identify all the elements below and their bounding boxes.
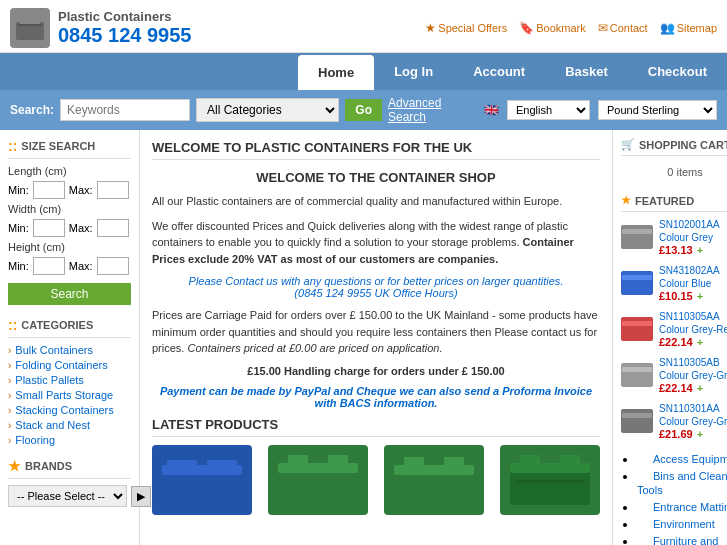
category-select[interactable]: All Categories [196, 98, 339, 122]
contact-link[interactable]: ✉ Contact [598, 21, 648, 35]
access-equipment-link[interactable]: Access Equipment [637, 453, 727, 465]
special-offers-label: Special Offers [438, 22, 507, 34]
width-label: Width (cm) [8, 203, 68, 215]
logo-area: Plastic Containers 0845 124 9955 [10, 8, 191, 48]
add-to-cart-2[interactable]: + [697, 290, 703, 302]
cart-icon: 🛒 [621, 138, 635, 151]
featured-thumb-4[interactable] [621, 363, 653, 387]
featured-section: ★ FEATURED SN102001AA Colour Grey £13.13… [621, 194, 727, 440]
width-row: Width (cm) [8, 203, 131, 215]
featured-price-4: £22.14 [659, 382, 693, 394]
product-thumb-4[interactable] [500, 445, 600, 515]
advanced-search-link[interactable]: Advanced Search [388, 96, 478, 124]
size-search-button[interactable]: Search [8, 283, 131, 305]
special-offers-link[interactable]: ★ Special Offers [425, 21, 507, 35]
featured-desc-4: Colour Grey-Grey [659, 370, 727, 381]
featured-thumb-1[interactable] [621, 225, 653, 249]
featured-info-1: SN102001AA Colour Grey £13.13 + [659, 218, 720, 256]
sitemap-label: Sitemap [677, 22, 717, 34]
payment-italic: Payment can be made by PayPal and Cheque… [152, 385, 600, 409]
featured-desc-2: Colour Blue [659, 278, 711, 289]
language-select[interactable]: English [507, 100, 590, 120]
go-button[interactable]: Go [345, 99, 382, 121]
height-inputs: Min: Max: [8, 257, 131, 275]
list-item: › Small Parts Storage [8, 389, 131, 401]
bookmark-link[interactable]: 🔖 Bookmark [519, 21, 586, 35]
top-links: ★ Special Offers 🔖 Bookmark ✉ Contact 👥 … [425, 21, 717, 35]
height-min-input[interactable] [33, 257, 65, 275]
cart-section: 🛒 SHOPPING CART 0 items [621, 138, 727, 182]
handling-charge: £15.00 Handling charge for orders under … [152, 365, 600, 377]
featured-price-row-3: £22.14 + [659, 336, 727, 348]
featured-thumb-5[interactable] [621, 409, 653, 433]
list-item: Environment [637, 517, 727, 531]
featured-name-5[interactable]: SN110301AA [659, 403, 720, 414]
length-min-label: Min: [8, 184, 29, 196]
plastic-pallets-link[interactable]: Plastic Pallets [15, 374, 83, 386]
nav-home[interactable]: Home [298, 55, 374, 90]
featured-name-4[interactable]: SN110305AB [659, 357, 720, 368]
featured-thumb-2[interactable] [621, 271, 653, 295]
list-item: Entrance Matting [637, 500, 727, 514]
nav-basket[interactable]: Basket [545, 54, 628, 89]
featured-thumb-3[interactable] [621, 317, 653, 341]
svg-rect-8 [278, 463, 358, 473]
furniture-seating-link[interactable]: Furniture and Seating [637, 535, 718, 545]
content-area: WELCOME TO PLASTIC CONTAINERS FOR THE UK… [140, 130, 612, 545]
featured-name-1[interactable]: SN102001AA [659, 219, 720, 230]
product-thumb-1[interactable] [152, 445, 252, 515]
product-thumb-2[interactable] [268, 445, 368, 515]
entrance-matting-link[interactable]: Entrance Matting [637, 501, 727, 513]
brands-section: ★ BRANDS -- Please Select -- ▶ [8, 458, 131, 507]
sitemap-link[interactable]: 👥 Sitemap [660, 21, 717, 35]
add-to-cart-4[interactable]: + [697, 382, 703, 394]
welcome-heading: WELCOME TO THE CONTAINER SHOP [152, 170, 600, 185]
para1: All our Plastic containers are of commer… [152, 193, 600, 210]
bulk-containers-link[interactable]: Bulk Containers [15, 344, 93, 356]
add-to-cart-3[interactable]: + [697, 336, 703, 348]
add-to-cart-1[interactable]: + [697, 244, 703, 256]
featured-name-3[interactable]: SN110305AA [659, 311, 720, 322]
folding-containers-link[interactable]: Folding Containers [15, 359, 107, 371]
latest-title: LATEST PRODUCTS [152, 417, 600, 437]
featured-info-2: SN431802AA Colour Blue £10.15 + [659, 264, 720, 302]
nav-login[interactable]: Log In [374, 54, 453, 89]
small-parts-link[interactable]: Small Parts Storage [15, 389, 113, 401]
width-inputs: Min: Max: [8, 219, 131, 237]
featured-price-1: £13.13 [659, 244, 693, 256]
add-to-cart-5[interactable]: + [697, 428, 703, 440]
brand-select-wrap: -- Please Select -- ▶ [8, 485, 131, 507]
featured-price-row-1: £13.13 + [659, 244, 720, 256]
length-min-input[interactable] [33, 181, 65, 199]
length-max-input[interactable] [97, 181, 129, 199]
email-icon: ✉ [598, 21, 608, 35]
width-min-input[interactable] [33, 219, 65, 237]
currency-select[interactable]: Pound Sterling [598, 100, 717, 120]
height-max-input[interactable] [97, 257, 129, 275]
logo-name: Plastic Containers [58, 9, 191, 24]
search-input[interactable] [60, 99, 190, 121]
nav-account[interactable]: Account [453, 54, 545, 89]
featured-star-icon: ★ [621, 194, 631, 207]
height-row: Height (cm) [8, 241, 131, 253]
featured-item-1: SN102001AA Colour Grey £13.13 + [621, 218, 727, 256]
stacking-containers-link[interactable]: Stacking Containers [15, 404, 113, 416]
bins-cleaning-link[interactable]: Bins and Cleaning Tools [637, 470, 727, 496]
size-search-section: :: SIZE SEARCH Length (cm) Min: Max: Wid… [8, 138, 131, 305]
product-thumb-3[interactable] [384, 445, 484, 515]
featured-item-3: SN110305AA Colour Grey-Red £22.14 + [621, 310, 727, 348]
list-item: › Plastic Pallets [8, 374, 131, 386]
brand-select[interactable]: -- Please Select -- [8, 485, 127, 507]
stack-nest-link[interactable]: Stack and Nest [15, 419, 90, 431]
brands-icon: ★ [8, 458, 21, 474]
svg-rect-11 [510, 468, 590, 505]
environment-link[interactable]: Environment [637, 518, 715, 530]
nav-checkout[interactable]: Checkout [628, 54, 727, 89]
width-max-input[interactable] [97, 219, 129, 237]
featured-desc-5: Colour Grey-Grey [659, 416, 727, 427]
flooring-link[interactable]: Flooring [15, 434, 55, 446]
main-layout: :: SIZE SEARCH Length (cm) Min: Max: Wid… [0, 130, 727, 545]
height-min-label: Min: [8, 260, 29, 272]
svg-rect-5 [167, 460, 197, 468]
featured-name-2[interactable]: SN431802AA [659, 265, 720, 276]
